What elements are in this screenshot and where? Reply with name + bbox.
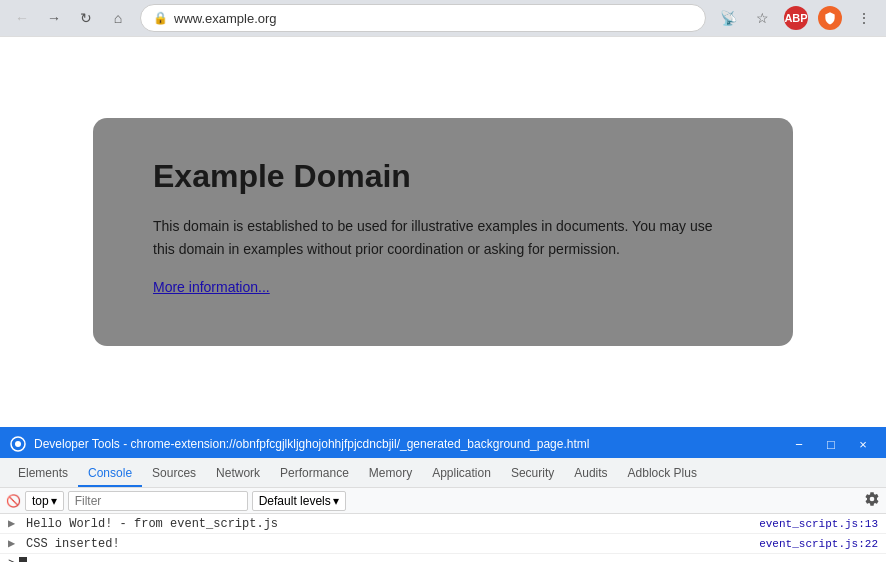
menu-icon: ⋮ (857, 10, 871, 26)
tab-console[interactable]: Console (78, 462, 142, 487)
nav-buttons: ← → ↻ ⌂ (8, 4, 132, 32)
home-icon: ⌂ (114, 10, 122, 26)
content-box: Example Domain This domain is establishe… (93, 118, 793, 346)
abp-icon: ABP (784, 6, 808, 30)
tab-memory[interactable]: Memory (359, 462, 422, 487)
browser-toolbar-icons: 📡 ☆ ABP ⋮ (714, 4, 878, 32)
forward-button[interactable]: → (40, 4, 68, 32)
console-filter-input[interactable] (68, 491, 248, 511)
console-line-2: ▶ CSS inserted! event_script.js:22 (0, 534, 886, 554)
url-text: www.example.org (174, 11, 693, 26)
cast-button[interactable]: 📡 (714, 4, 742, 32)
webpage-content: Example Domain This domain is establishe… (0, 37, 886, 427)
brave-button[interactable] (816, 4, 844, 32)
tab-performance[interactable]: Performance (270, 462, 359, 487)
tab-security[interactable]: Security (501, 462, 564, 487)
tab-network[interactable]: Network (206, 462, 270, 487)
console-line-icon: ▶ (8, 516, 22, 531)
home-button[interactable]: ⌂ (104, 4, 132, 32)
log-level-selector[interactable]: Default levels ▾ (252, 491, 346, 511)
devtools-maximize-button[interactable]: □ (818, 435, 844, 453)
browser-chrome: ← → ↻ ⌂ 🔒 www.example.org 📡 ☆ ABP (0, 0, 886, 37)
chrome-icon (10, 436, 26, 452)
forward-icon: → (47, 10, 61, 26)
devtools-title-text: Developer Tools - chrome-extension://obn… (34, 437, 778, 451)
context-selector[interactable]: top ▾ (25, 491, 64, 511)
context-value: top (32, 494, 49, 508)
titlebar: ← → ↻ ⌂ 🔒 www.example.org 📡 ☆ ABP (0, 0, 886, 36)
lock-icon: 🔒 (153, 11, 168, 25)
console-source-1[interactable]: event_script.js:13 (759, 518, 878, 530)
page-description: This domain is established to be used fo… (153, 215, 733, 260)
devtools-window-controls: − □ × (786, 435, 876, 453)
clear-console-icon[interactable]: 🚫 (6, 494, 21, 508)
cast-icon: 📡 (720, 10, 737, 26)
page-title: Example Domain (153, 158, 733, 195)
devtools-panel: Developer Tools - chrome-extension://obn… (0, 427, 886, 562)
abp-button[interactable]: ABP (782, 4, 810, 32)
log-level-dropdown-icon: ▾ (333, 494, 339, 508)
tab-application[interactable]: Application (422, 462, 501, 487)
console-cursor (19, 557, 27, 562)
tab-adblock-plus[interactable]: Adblock Plus (618, 462, 707, 487)
devtools-console-toolbar: 🚫 top ▾ Default levels ▾ (0, 488, 886, 514)
address-bar[interactable]: 🔒 www.example.org (140, 4, 706, 32)
devtools-tabs: Elements Console Sources Network Perform… (0, 458, 886, 488)
bookmark-icon: ☆ (756, 10, 769, 26)
log-level-value: Default levels (259, 494, 331, 508)
brave-icon (818, 6, 842, 30)
reload-icon: ↻ (80, 10, 92, 26)
devtools-console: ▶ Hello World! - from event_script.js ev… (0, 514, 886, 562)
console-line-icon-2: ▶ (8, 536, 22, 551)
tab-audits[interactable]: Audits (564, 462, 617, 487)
more-info-link[interactable]: More information... (153, 279, 270, 295)
devtools-titlebar: Developer Tools - chrome-extension://obn… (0, 430, 886, 458)
context-dropdown-icon: ▾ (51, 494, 57, 508)
console-source-2[interactable]: event_script.js:22 (759, 538, 878, 550)
console-input-line[interactable]: > (0, 554, 886, 562)
back-button[interactable]: ← (8, 4, 36, 32)
bookmark-button[interactable]: ☆ (748, 4, 776, 32)
console-prompt: > (8, 557, 15, 562)
svg-point-1 (15, 441, 21, 447)
reload-button[interactable]: ↻ (72, 4, 100, 32)
devtools-settings-icon[interactable] (864, 491, 880, 511)
menu-button[interactable]: ⋮ (850, 4, 878, 32)
tab-sources[interactable]: Sources (142, 462, 206, 487)
console-text-1: Hello World! - from event_script.js (26, 517, 759, 531)
console-line: ▶ Hello World! - from event_script.js ev… (0, 514, 886, 534)
devtools-minimize-button[interactable]: − (786, 435, 812, 453)
tab-elements[interactable]: Elements (8, 462, 78, 487)
devtools-close-button[interactable]: × (850, 435, 876, 453)
console-text-2: CSS inserted! (26, 537, 759, 551)
back-icon: ← (15, 10, 29, 26)
